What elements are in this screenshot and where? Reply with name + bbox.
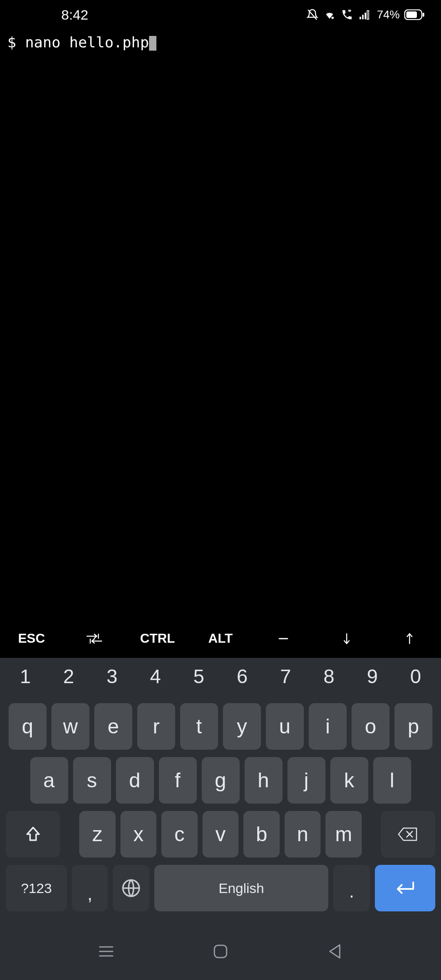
key-p[interactable]: p [394, 703, 432, 750]
svg-rect-1 [359, 17, 361, 19]
terminal-fn-row: ESC CTRL ALT [0, 619, 441, 658]
enter-key[interactable] [375, 865, 435, 911]
wifi-calling-icon [341, 9, 354, 21]
dot-key[interactable]: . [333, 865, 370, 911]
key-h[interactable]: h [245, 757, 283, 804]
key-w[interactable]: w [51, 703, 89, 750]
key-o[interactable]: o [352, 703, 390, 750]
svg-rect-6 [406, 11, 417, 18]
battery-icon [404, 9, 425, 20]
key-m[interactable]: m [325, 811, 362, 858]
key-s[interactable]: s [73, 757, 111, 804]
arrow-down-key[interactable] [315, 624, 378, 653]
key-row-2: a s d f g h j k l [6, 757, 435, 804]
status-icons: 74% [306, 8, 425, 21]
key-row-3: z x c v b n m [6, 811, 435, 858]
key-7[interactable]: 7 [273, 665, 298, 688]
svg-rect-7 [423, 13, 424, 17]
key-u[interactable]: u [266, 703, 304, 750]
shift-key[interactable] [6, 811, 60, 858]
arrow-up-key[interactable] [378, 624, 441, 653]
symbols-key[interactable]: ?123 [6, 865, 67, 911]
bell-off-icon [306, 9, 318, 21]
key-2[interactable]: 2 [56, 665, 81, 688]
terminal-prompt: $ [7, 34, 16, 51]
key-r[interactable]: r [137, 703, 175, 750]
key-5[interactable]: 5 [187, 665, 211, 688]
key-f[interactable]: f [159, 757, 197, 804]
key-1[interactable]: 1 [13, 665, 38, 688]
key-l[interactable]: l [373, 757, 411, 804]
key-row-1: q w e r t y u i o p [6, 703, 435, 750]
language-key[interactable] [113, 865, 149, 911]
key-v[interactable]: v [203, 811, 239, 858]
status-time: 8:42 [61, 7, 88, 23]
key-a[interactable]: a [30, 757, 68, 804]
key-n[interactable]: n [285, 811, 321, 858]
key-6[interactable]: 6 [230, 665, 254, 688]
key-j[interactable]: j [287, 757, 325, 804]
esc-key[interactable]: ESC [0, 623, 63, 654]
ctrl-key[interactable]: CTRL [126, 623, 189, 654]
alt-key[interactable]: ALT [189, 623, 252, 654]
recents-button[interactable] [94, 939, 118, 964]
key-d[interactable]: d [116, 757, 154, 804]
tab-key[interactable] [63, 625, 126, 653]
battery-percentage: 74% [377, 8, 400, 21]
comma-key[interactable]: , [72, 865, 108, 911]
key-k[interactable]: k [330, 757, 368, 804]
key-x[interactable]: x [120, 811, 157, 858]
status-bar: 8:42 74 [0, 0, 441, 29]
key-3[interactable]: 3 [100, 665, 124, 688]
key-c[interactable]: c [161, 811, 198, 858]
wifi-icon [323, 9, 336, 21]
key-t[interactable]: t [180, 703, 218, 750]
svg-point-0 [332, 17, 334, 19]
space-key[interactable]: English [154, 865, 328, 911]
terminal-cursor [149, 36, 156, 51]
svg-rect-4 [367, 11, 369, 19]
terminal-area[interactable]: $ nano hello.php [0, 29, 441, 619]
key-b[interactable]: b [243, 811, 280, 858]
home-button[interactable] [208, 939, 233, 964]
svg-rect-2 [362, 15, 364, 19]
key-i[interactable]: i [309, 703, 347, 750]
terminal-command: nano hello.php [25, 34, 149, 51]
soft-keyboard: 1 2 3 4 5 6 7 8 9 0 q w e r t y u i o p … [0, 658, 441, 927]
number-row: 1 2 3 4 5 6 7 8 9 0 [6, 665, 435, 688]
key-0[interactable]: 0 [403, 665, 428, 688]
key-4[interactable]: 4 [143, 665, 168, 688]
navigation-bar [0, 927, 441, 980]
key-row-bottom: ?123 , English . [6, 865, 435, 911]
minus-key[interactable] [252, 624, 315, 653]
key-y[interactable]: y [223, 703, 261, 750]
key-8[interactable]: 8 [317, 665, 341, 688]
key-g[interactable]: g [202, 757, 240, 804]
key-z[interactable]: z [79, 811, 116, 858]
signal-icon [358, 9, 371, 21]
key-e[interactable]: e [94, 703, 132, 750]
back-button[interactable] [323, 939, 347, 964]
svg-rect-3 [365, 13, 366, 19]
key-9[interactable]: 9 [360, 665, 385, 688]
terminal-line: $ nano hello.php [7, 34, 156, 51]
key-q[interactable]: q [9, 703, 47, 750]
backspace-key[interactable] [381, 811, 435, 858]
svg-rect-9 [214, 945, 227, 958]
